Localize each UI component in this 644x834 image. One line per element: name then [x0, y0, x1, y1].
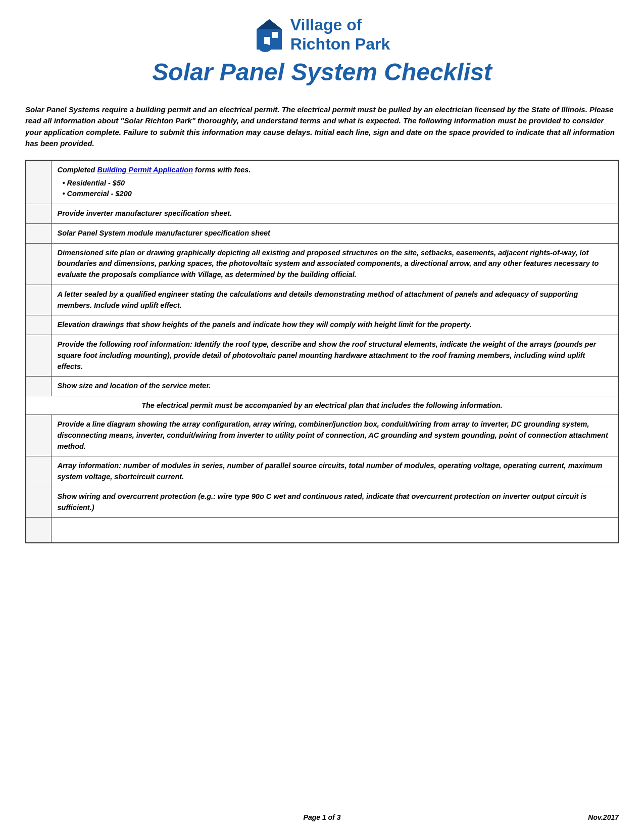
- content-before: Completed: [58, 166, 97, 174]
- content-cell: Show wiring and overcurrent protection (…: [51, 487, 618, 518]
- row4-text: Dimensioned site plan or drawing graphic…: [58, 249, 599, 279]
- list-item: Commercial - $200: [63, 189, 612, 200]
- row10-text: Array information: number of modules in …: [58, 461, 603, 481]
- header: Village of Richton Park Solar Panel Syst…: [25, 15, 619, 94]
- section-header-row: The electrical permit must be accompanie…: [26, 396, 618, 415]
- bullet-list: Residential - $50 Commercial - $200: [58, 178, 612, 200]
- list-item: Residential - $50: [63, 178, 612, 189]
- table-row: Provide a line diagram showing the array…: [26, 415, 618, 456]
- table-row: Provide the following roof information: …: [26, 335, 618, 377]
- section-header-cell: The electrical permit must be accompanie…: [26, 396, 618, 415]
- logo-area: Village of Richton Park: [254, 15, 390, 54]
- section-header-text: The electrical permit must be accompanie…: [141, 401, 503, 409]
- village-line2: Richton Park: [290, 34, 390, 54]
- svg-rect-2: [272, 32, 278, 38]
- row6-text: Elevation drawings that show heights of …: [58, 320, 472, 329]
- svg-point-4: [259, 44, 271, 52]
- checkbox-cell: [26, 285, 51, 315]
- row11-text: Show wiring and overcurrent protection (…: [58, 492, 587, 512]
- village-line1: Village of: [290, 15, 362, 34]
- footer-page-info: Page 1 of 3: [304, 813, 341, 821]
- table-row: Elevation drawings that show heights of …: [26, 315, 618, 335]
- content-cell: Provide the following roof information: …: [51, 335, 618, 377]
- checkbox-cell: [26, 223, 51, 243]
- checkbox-cell: [26, 243, 51, 285]
- checkbox-cell: [26, 204, 51, 224]
- row8-text: Show size and location of the service me…: [58, 382, 211, 390]
- row7-text: Provide the following roof information: …: [58, 340, 597, 370]
- page-title: Solar Panel System Checklist: [152, 58, 491, 86]
- table-row: Completed Building Permit Application fo…: [26, 160, 618, 204]
- checkbox-cell: [26, 160, 51, 204]
- row9-text: Provide a line diagram showing the array…: [58, 420, 608, 450]
- checkbox-cell: [26, 335, 51, 377]
- content-cell-empty: [51, 518, 618, 543]
- table-row: Show size and location of the service me…: [26, 377, 618, 396]
- row5-text: A letter sealed by a qualified engineer …: [58, 290, 578, 309]
- content-cell: Elevation drawings that show heights of …: [51, 315, 618, 335]
- content-cell: Dimensioned site plan or drawing graphic…: [51, 243, 618, 285]
- intro-text: Solar Panel Systems require a building p…: [25, 104, 619, 150]
- content-cell: Provide inverter manufacturer specificat…: [51, 204, 618, 224]
- table-row: Show wiring and overcurrent protection (…: [26, 487, 618, 518]
- content-cell: Solar Panel System module manufacturer s…: [51, 223, 618, 243]
- table-row: Array information: number of modules in …: [26, 456, 618, 487]
- table-row: Provide inverter manufacturer specificat…: [26, 204, 618, 224]
- checkbox-cell: [26, 315, 51, 335]
- svg-marker-3: [257, 19, 282, 29]
- content-cell: Array information: number of modules in …: [51, 456, 618, 487]
- empty-row: [26, 518, 618, 543]
- building-permit-link[interactable]: Building Permit Application: [97, 166, 193, 174]
- checkbox-cell: [26, 487, 51, 518]
- page-container: Village of Richton Park Solar Panel Syst…: [0, 0, 644, 834]
- content-cell: Provide a line diagram showing the array…: [51, 415, 618, 456]
- row2-text: Provide inverter manufacturer specificat…: [58, 209, 232, 217]
- table-row: A letter sealed by a qualified engineer …: [26, 285, 618, 315]
- table-row: Solar Panel System module manufacturer s…: [26, 223, 618, 243]
- page-footer: Page 1 of 3 Nov.2017: [0, 813, 644, 821]
- checkbox-cell: [26, 456, 51, 487]
- checkbox-cell: [26, 415, 51, 456]
- footer-date: Nov.2017: [588, 813, 619, 821]
- checklist-table: Completed Building Permit Application fo…: [25, 160, 619, 543]
- checkbox-cell-empty: [26, 518, 51, 543]
- row3-text: Solar Panel System module manufacturer s…: [58, 229, 270, 237]
- village-logo-icon: [254, 17, 284, 52]
- village-name: Village of Richton Park: [290, 15, 390, 54]
- content-cell: Completed Building Permit Application fo…: [51, 160, 618, 204]
- content-after: forms with fees.: [193, 166, 251, 174]
- checkbox-cell: [26, 377, 51, 396]
- content-cell: Show size and location of the service me…: [51, 377, 618, 396]
- table-row: Dimensioned site plan or drawing graphic…: [26, 243, 618, 285]
- content-cell: A letter sealed by a qualified engineer …: [51, 285, 618, 315]
